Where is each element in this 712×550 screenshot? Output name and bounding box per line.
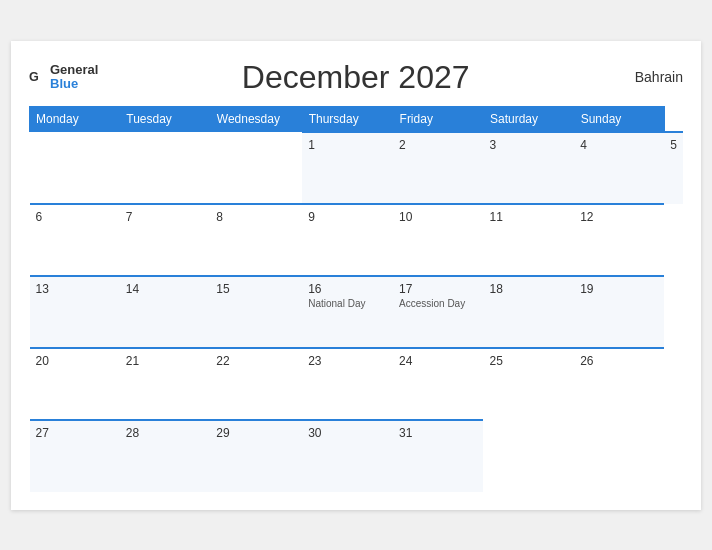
calendar-cell: 30 — [302, 420, 393, 492]
day-number: 31 — [399, 426, 477, 440]
day-number: 1 — [308, 138, 387, 152]
calendar-cell: 7 — [120, 204, 211, 276]
calendar-cell: 10 — [393, 204, 483, 276]
calendar-cell: 21 — [120, 348, 211, 420]
day-number: 27 — [36, 426, 114, 440]
day-number: 16 — [308, 282, 387, 296]
calendar-cell — [120, 132, 211, 204]
day-number: 18 — [489, 282, 568, 296]
calendar-cell: 25 — [483, 348, 574, 420]
calendar-cell: 3 — [483, 132, 574, 204]
weekday-header-saturday: Saturday — [483, 106, 574, 132]
calendar-cell: 19 — [574, 276, 664, 348]
calendar-cell — [210, 132, 302, 204]
logo: G General Blue — [29, 63, 98, 92]
calendar-body: 12345678910111213141516National Day17Acc… — [30, 132, 684, 492]
calendar-cell: 26 — [574, 348, 664, 420]
calendar-cell: 8 — [210, 204, 302, 276]
day-number: 19 — [580, 282, 658, 296]
calendar-container: G General Blue December 2027 Bahrain Mon… — [11, 41, 701, 510]
calendar-cell: 12 — [574, 204, 664, 276]
calendar-table: MondayTuesdayWednesdayThursdayFridaySatu… — [29, 106, 683, 492]
calendar-header: G General Blue December 2027 Bahrain — [29, 59, 683, 96]
calendar-week-row: 12345 — [30, 132, 684, 204]
day-number: 17 — [399, 282, 477, 296]
day-number: 20 — [36, 354, 114, 368]
calendar-cell: 5 — [664, 132, 683, 204]
logo-icon: G — [29, 68, 47, 86]
calendar-cell: 9 — [302, 204, 393, 276]
calendar-cell — [30, 132, 120, 204]
day-number: 24 — [399, 354, 477, 368]
weekday-header-tuesday: Tuesday — [120, 106, 211, 132]
calendar-cell: 14 — [120, 276, 211, 348]
day-number: 25 — [489, 354, 568, 368]
day-number: 14 — [126, 282, 205, 296]
calendar-cell: 23 — [302, 348, 393, 420]
day-number: 9 — [308, 210, 387, 224]
day-number: 13 — [36, 282, 114, 296]
calendar-cell: 17Accession Day — [393, 276, 483, 348]
calendar-title: December 2027 — [98, 59, 613, 96]
calendar-cell — [483, 420, 574, 492]
day-number: 11 — [489, 210, 568, 224]
country-label: Bahrain — [613, 69, 683, 85]
calendar-cell: 15 — [210, 276, 302, 348]
day-number: 26 — [580, 354, 658, 368]
calendar-cell: 28 — [120, 420, 211, 492]
day-number: 15 — [216, 282, 296, 296]
day-number: 6 — [36, 210, 114, 224]
calendar-cell: 31 — [393, 420, 483, 492]
day-number: 5 — [670, 138, 677, 152]
calendar-week-row: 2728293031 — [30, 420, 684, 492]
calendar-cell: 16National Day — [302, 276, 393, 348]
calendar-week-row: 20212223242526 — [30, 348, 684, 420]
day-number: 29 — [216, 426, 296, 440]
weekday-header-wednesday: Wednesday — [210, 106, 302, 132]
event-label: Accession Day — [399, 298, 477, 310]
calendar-cell: 11 — [483, 204, 574, 276]
day-number: 30 — [308, 426, 387, 440]
day-number: 4 — [580, 138, 658, 152]
logo-text: General Blue — [50, 63, 98, 92]
calendar-cell: 27 — [30, 420, 120, 492]
calendar-cell: 18 — [483, 276, 574, 348]
calendar-cell: 1 — [302, 132, 393, 204]
calendar-cell: 20 — [30, 348, 120, 420]
day-number: 12 — [580, 210, 658, 224]
calendar-cell — [574, 420, 664, 492]
svg-text:G: G — [29, 70, 39, 84]
weekday-header-thursday: Thursday — [302, 106, 393, 132]
calendar-cell: 4 — [574, 132, 664, 204]
calendar-cell: 22 — [210, 348, 302, 420]
weekday-header-row: MondayTuesdayWednesdayThursdayFridaySatu… — [30, 106, 684, 132]
day-number: 7 — [126, 210, 205, 224]
day-number: 3 — [489, 138, 568, 152]
calendar-week-row: 13141516National Day17Accession Day1819 — [30, 276, 684, 348]
day-number: 2 — [399, 138, 477, 152]
day-number: 8 — [216, 210, 296, 224]
calendar-cell: 2 — [393, 132, 483, 204]
day-number: 22 — [216, 354, 296, 368]
weekday-header-friday: Friday — [393, 106, 483, 132]
event-label: National Day — [308, 298, 387, 310]
day-number: 10 — [399, 210, 477, 224]
weekday-header-sunday: Sunday — [574, 106, 664, 132]
calendar-cell: 13 — [30, 276, 120, 348]
calendar-cell: 6 — [30, 204, 120, 276]
calendar-week-row: 6789101112 — [30, 204, 684, 276]
day-number: 21 — [126, 354, 205, 368]
calendar-cell: 24 — [393, 348, 483, 420]
day-number: 23 — [308, 354, 387, 368]
calendar-cell: 29 — [210, 420, 302, 492]
weekday-header-monday: Monday — [30, 106, 120, 132]
day-number: 28 — [126, 426, 205, 440]
